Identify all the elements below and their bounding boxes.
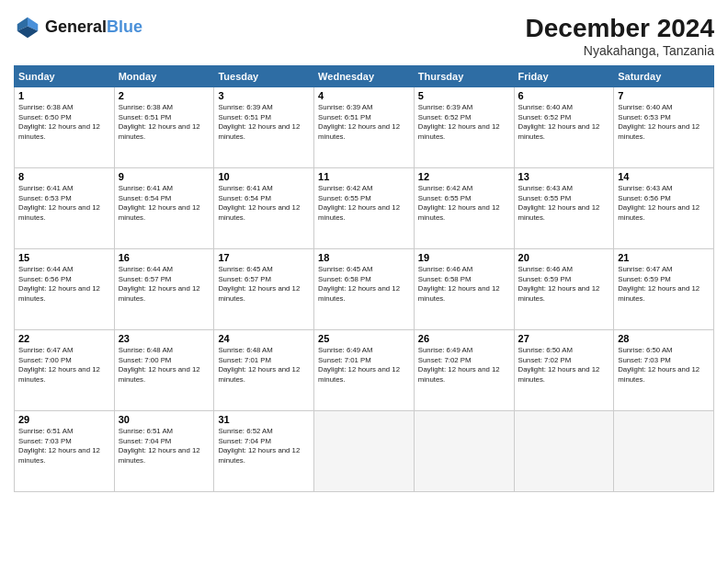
sunset-label: Sunset: 7:02 PM: [518, 356, 572, 364]
sunrise-label: Sunrise: 6:51 AM: [18, 427, 73, 435]
calendar-day-cell: 4 Sunrise: 6:39 AM Sunset: 6:51 PM Dayli…: [314, 87, 415, 168]
day-info: Sunrise: 6:49 AM Sunset: 7:01 PM Dayligh…: [318, 346, 410, 385]
calendar-header-row: SundayMondayTuesdayWednesdayThursdayFrid…: [15, 66, 714, 87]
daylight-label: Daylight: 12 hours and 12 minutes.: [518, 284, 600, 303]
sunrise-label: Sunrise: 6:45 AM: [218, 265, 272, 273]
calendar-table: SundayMondayTuesdayWednesdayThursdayFrid…: [14, 65, 714, 492]
daylight-label: Daylight: 12 hours and 12 minutes.: [518, 365, 600, 384]
day-info: Sunrise: 6:42 AM Sunset: 6:55 PM Dayligh…: [418, 184, 510, 223]
day-number: 21: [618, 252, 710, 263]
sunset-label: Sunset: 6:55 PM: [518, 194, 572, 202]
logo-line2: Blue: [107, 17, 142, 36]
day-number: 25: [318, 333, 410, 344]
location: Nyakahanga, Tanzania: [526, 43, 714, 58]
sunrise-label: Sunrise: 6:51 AM: [119, 427, 173, 435]
daylight-label: Daylight: 12 hours and 12 minutes.: [18, 203, 100, 222]
sunset-label: Sunset: 6:50 PM: [18, 113, 72, 121]
day-number: 3: [218, 90, 310, 101]
sunset-label: Sunset: 6:51 PM: [119, 113, 172, 121]
sunrise-label: Sunrise: 6:40 AM: [518, 103, 573, 111]
weekday-header-tuesday: Tuesday: [214, 66, 314, 87]
daylight-label: Daylight: 12 hours and 12 minutes.: [618, 122, 700, 141]
calendar-day-cell: 14 Sunrise: 6:43 AM Sunset: 6:56 PM Dayl…: [614, 168, 714, 249]
daylight-label: Daylight: 12 hours and 12 minutes.: [418, 284, 500, 303]
sunset-label: Sunset: 7:00 PM: [119, 356, 172, 364]
day-info: Sunrise: 6:45 AM Sunset: 6:57 PM Dayligh…: [218, 265, 310, 304]
sunset-label: Sunset: 6:52 PM: [418, 113, 472, 121]
sunrise-label: Sunrise: 6:48 AM: [119, 346, 173, 354]
daylight-label: Daylight: 12 hours and 12 minutes.: [618, 365, 700, 384]
day-info: Sunrise: 6:38 AM Sunset: 6:50 PM Dayligh…: [18, 103, 110, 142]
empty-cell: [314, 411, 415, 492]
calendar-day-cell: 31 Sunrise: 6:52 AM Sunset: 7:04 PM Dayl…: [214, 411, 314, 492]
day-info: Sunrise: 6:40 AM Sunset: 6:52 PM Dayligh…: [518, 103, 610, 142]
daylight-label: Daylight: 12 hours and 12 minutes.: [418, 203, 500, 222]
header: GeneralBlue December 2024 Nyakahanga, Ta…: [14, 14, 714, 58]
day-number: 14: [618, 171, 710, 182]
sunset-label: Sunset: 7:04 PM: [218, 437, 271, 445]
day-info: Sunrise: 6:44 AM Sunset: 6:57 PM Dayligh…: [119, 265, 210, 304]
logo-icon: [14, 14, 41, 41]
day-info: Sunrise: 6:47 AM Sunset: 7:00 PM Dayligh…: [18, 346, 110, 385]
sunrise-label: Sunrise: 6:49 AM: [418, 346, 472, 354]
calendar-day-cell: 7 Sunrise: 6:40 AM Sunset: 6:53 PM Dayli…: [614, 87, 714, 168]
weekday-header-friday: Friday: [514, 66, 614, 87]
sunset-label: Sunset: 6:59 PM: [618, 275, 671, 283]
day-number: 29: [18, 414, 110, 425]
sunset-label: Sunset: 6:53 PM: [618, 113, 671, 121]
daylight-label: Daylight: 12 hours and 12 minutes.: [218, 122, 300, 141]
daylight-label: Daylight: 12 hours and 12 minutes.: [218, 446, 300, 465]
title-block: December 2024 Nyakahanga, Tanzania: [526, 14, 714, 58]
sunset-label: Sunset: 7:00 PM: [18, 356, 72, 364]
sunrise-label: Sunrise: 6:43 AM: [618, 184, 672, 192]
calendar-day-cell: 21 Sunrise: 6:47 AM Sunset: 6:59 PM Dayl…: [614, 249, 714, 330]
calendar-week-row: 1 Sunrise: 6:38 AM Sunset: 6:50 PM Dayli…: [15, 87, 714, 168]
day-info: Sunrise: 6:46 AM Sunset: 6:58 PM Dayligh…: [418, 265, 510, 304]
day-info: Sunrise: 6:42 AM Sunset: 6:55 PM Dayligh…: [318, 184, 410, 223]
daylight-label: Daylight: 12 hours and 12 minutes.: [119, 284, 200, 303]
calendar-day-cell: 10 Sunrise: 6:41 AM Sunset: 6:54 PM Dayl…: [214, 168, 314, 249]
sunrise-label: Sunrise: 6:50 AM: [518, 346, 573, 354]
day-info: Sunrise: 6:41 AM Sunset: 6:54 PM Dayligh…: [218, 184, 310, 223]
day-info: Sunrise: 6:43 AM Sunset: 6:56 PM Dayligh…: [618, 184, 710, 223]
day-info: Sunrise: 6:46 AM Sunset: 6:59 PM Dayligh…: [518, 265, 610, 304]
calendar-day-cell: 18 Sunrise: 6:45 AM Sunset: 6:58 PM Dayl…: [314, 249, 415, 330]
calendar-week-row: 29 Sunrise: 6:51 AM Sunset: 7:03 PM Dayl…: [15, 411, 714, 492]
sunrise-label: Sunrise: 6:46 AM: [518, 265, 573, 273]
sunrise-label: Sunrise: 6:50 AM: [618, 346, 672, 354]
sunrise-label: Sunrise: 6:41 AM: [218, 184, 272, 192]
day-info: Sunrise: 6:44 AM Sunset: 6:56 PM Dayligh…: [18, 265, 110, 304]
day-info: Sunrise: 6:50 AM Sunset: 7:02 PM Dayligh…: [518, 346, 610, 385]
sunset-label: Sunset: 6:52 PM: [518, 113, 572, 121]
day-info: Sunrise: 6:40 AM Sunset: 6:53 PM Dayligh…: [618, 103, 710, 142]
sunrise-label: Sunrise: 6:52 AM: [218, 427, 272, 435]
empty-cell: [514, 411, 614, 492]
day-number: 11: [318, 171, 410, 182]
sunset-label: Sunset: 6:51 PM: [218, 113, 271, 121]
daylight-label: Daylight: 12 hours and 12 minutes.: [418, 365, 500, 384]
daylight-label: Daylight: 12 hours and 12 minutes.: [318, 365, 400, 384]
month-title: December 2024: [526, 14, 714, 43]
calendar-day-cell: 27 Sunrise: 6:50 AM Sunset: 7:02 PM Dayl…: [514, 330, 614, 411]
calendar-day-cell: 9 Sunrise: 6:41 AM Sunset: 6:54 PM Dayli…: [114, 168, 214, 249]
sunrise-label: Sunrise: 6:44 AM: [18, 265, 73, 273]
calendar-week-row: 8 Sunrise: 6:41 AM Sunset: 6:53 PM Dayli…: [15, 168, 714, 249]
day-number: 4: [318, 90, 410, 101]
day-number: 15: [18, 252, 110, 263]
daylight-label: Daylight: 12 hours and 12 minutes.: [318, 203, 400, 222]
calendar-week-row: 22 Sunrise: 6:47 AM Sunset: 7:00 PM Dayl…: [15, 330, 714, 411]
day-number: 28: [618, 333, 710, 344]
day-number: 17: [218, 252, 310, 263]
daylight-label: Daylight: 12 hours and 12 minutes.: [318, 284, 400, 303]
logo-line1: General: [45, 17, 107, 36]
sunrise-label: Sunrise: 6:39 AM: [318, 103, 372, 111]
day-number: 24: [218, 333, 310, 344]
daylight-label: Daylight: 12 hours and 12 minutes.: [318, 122, 400, 141]
day-info: Sunrise: 6:38 AM Sunset: 6:51 PM Dayligh…: [119, 103, 210, 142]
sunset-label: Sunset: 6:58 PM: [318, 275, 371, 283]
day-info: Sunrise: 6:48 AM Sunset: 7:01 PM Dayligh…: [218, 346, 310, 385]
logo-text: GeneralBlue: [45, 17, 142, 38]
sunset-label: Sunset: 6:51 PM: [318, 113, 371, 121]
logo: GeneralBlue: [14, 14, 142, 41]
calendar-day-cell: 12 Sunrise: 6:42 AM Sunset: 6:55 PM Dayl…: [414, 168, 514, 249]
